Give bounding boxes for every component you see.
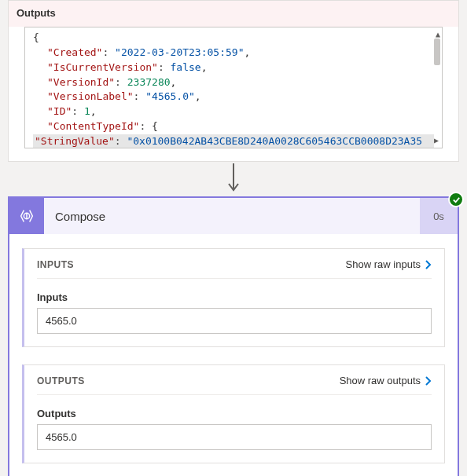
success-badge xyxy=(448,192,464,207)
json-key-versionid: "VersionId" xyxy=(47,76,115,88)
json-output-viewer[interactable]: ▲ ▶ { "Created": "2022-03-20T23:05:59", … xyxy=(24,27,443,148)
checkmark-icon xyxy=(452,196,461,204)
scroll-right-icon[interactable]: ▶ xyxy=(434,135,439,147)
json-open-contenttype: : { xyxy=(139,120,157,132)
show-raw-outputs-text: Show raw outputs xyxy=(340,375,421,386)
json-key-created: "Created" xyxy=(47,46,102,58)
json-key-contenttypeid: "ContentTypeId" xyxy=(47,120,139,132)
show-raw-outputs-link[interactable]: Show raw outputs xyxy=(340,375,432,386)
json-key-versionlabel: "VersionLabel" xyxy=(47,90,134,102)
outputs-section-label: OUTPUTS xyxy=(37,375,85,386)
json-val-stringvalue: "0x0100B042AB43CBE8D240A0028C605463CCB00… xyxy=(127,135,422,147)
scrollbar-thumb[interactable] xyxy=(434,38,440,65)
json-val-iscurrentversion: false xyxy=(171,61,201,73)
flow-connector xyxy=(8,162,459,196)
previous-action-card: Outputs ▲ ▶ { "Created": "2022-03-20T23:… xyxy=(8,0,459,162)
chevron-right-icon xyxy=(425,260,432,269)
show-raw-inputs-text: Show raw inputs xyxy=(346,258,421,270)
compose-body: INPUTS Show raw inputs Inputs 4565.0 OUT… xyxy=(9,234,458,476)
json-key-id: "ID" xyxy=(47,105,72,117)
json-val-versionid: 2337280 xyxy=(127,76,171,88)
compose-title: Compose xyxy=(44,198,420,234)
json-val-versionlabel: "4565.0" xyxy=(145,90,195,102)
arrow-down-icon xyxy=(227,163,240,195)
json-val-created: "2022-03-20T23:05:59" xyxy=(115,46,244,58)
show-raw-inputs-link[interactable]: Show raw inputs xyxy=(346,258,432,270)
compose-icon xyxy=(18,207,35,225)
chevron-right-icon xyxy=(425,376,432,386)
compose-header[interactable]: Compose 0s xyxy=(9,198,458,234)
outputs-header: Outputs xyxy=(9,1,458,27)
json-key-stringvalue: "StringValue" xyxy=(35,135,115,147)
json-key-iscurrentversion: "IsCurrentVersion" xyxy=(47,61,158,73)
inputs-section: INPUTS Show raw inputs Inputs 4565.0 xyxy=(22,248,445,347)
json-val-id: 1 xyxy=(84,105,90,117)
outputs-value[interactable]: 4565.0 xyxy=(37,424,432,450)
outputs-field-label: Outputs xyxy=(37,408,432,419)
outputs-section: OUTPUTS Show raw outputs Outputs 4565.0 xyxy=(22,364,445,463)
compose-action-card[interactable]: Compose 0s INPUTS Show raw inputs Inputs… xyxy=(8,196,459,476)
inputs-value[interactable]: 4565.0 xyxy=(37,308,432,334)
inputs-field-label: Inputs xyxy=(37,291,432,303)
compose-icon-box xyxy=(9,198,44,234)
inputs-section-label: INPUTS xyxy=(37,259,74,270)
json-open-brace: { xyxy=(33,31,39,43)
